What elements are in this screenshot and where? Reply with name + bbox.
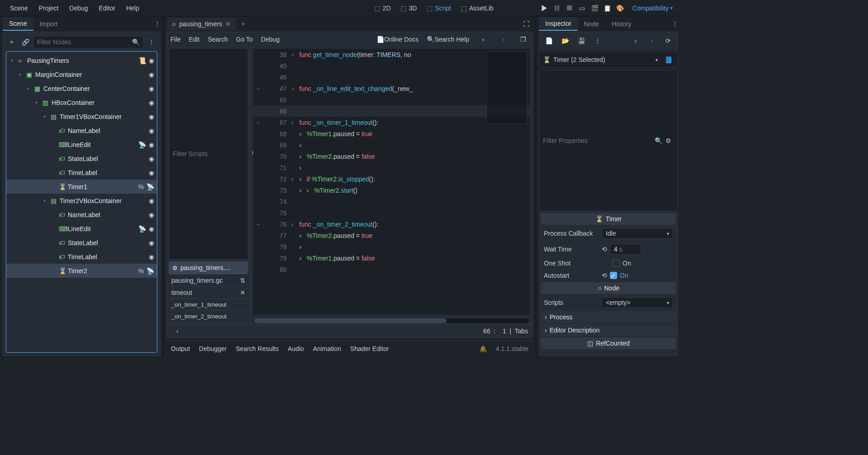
script-menu-search[interactable]: Search <box>208 36 228 43</box>
menu-help[interactable]: Help <box>121 2 145 14</box>
fold-process[interactable]: › Process <box>541 311 676 323</box>
online-docs-link[interactable]: 📄 Online Docs <box>377 36 419 43</box>
scene-menu-icon[interactable]: ⋮ <box>146 36 157 48</box>
bottom-tab-audio[interactable]: Audio <box>288 345 304 352</box>
nav-back-icon[interactable]: ‹ <box>477 33 489 45</box>
script-tab[interactable]: ○ pausing_timers ✕ <box>167 18 236 30</box>
run-remote-icon[interactable]: ▭ <box>578 4 586 12</box>
code-line[interactable]: 70› %Timer2.paused = false <box>253 151 530 162</box>
bottom-tab-output[interactable]: Output <box>171 345 190 352</box>
minimap[interactable] <box>486 52 527 124</box>
tree-node[interactable]: ▾▤Timer1VBoxContainer◉ <box>6 109 157 123</box>
nav-fwd-icon[interactable]: › <box>497 33 509 45</box>
refresh-icon[interactable]: ⟳ <box>662 35 674 47</box>
autostart-checkbox[interactable]: ✓ <box>610 272 617 279</box>
link-icon[interactable]: 🔗 <box>19 36 31 48</box>
menu-scene[interactable]: Scene <box>5 2 33 14</box>
bottom-tab-search-results[interactable]: Search Results <box>236 345 279 352</box>
tab-node[interactable]: Node <box>578 18 605 30</box>
process-callback-dropdown[interactable]: Idle▾ <box>602 228 673 239</box>
new-resource-icon[interactable]: 📄 <box>543 35 555 47</box>
code-line[interactable]: 71› <box>253 162 530 173</box>
doc-icon[interactable]: 📘 <box>662 54 674 66</box>
tree-node[interactable]: ▾▣MarginContainer◉ <box>6 67 157 81</box>
eye-icon[interactable]: ◉ <box>149 85 154 92</box>
tree-node[interactable]: ▾▥HBoxContainer◉ <box>6 95 157 109</box>
eye-icon[interactable]: ◉ <box>149 169 154 176</box>
eye-icon[interactable]: ◉ <box>149 71 154 78</box>
eye-icon[interactable]: ◉ <box>149 141 154 148</box>
fold-editor-description[interactable]: › Editor Description <box>541 324 676 336</box>
one-shot-checkbox[interactable] <box>613 260 620 267</box>
tree-node[interactable]: ▾▤Timer2VBoxContainer◉ <box>6 194 157 208</box>
tree-node[interactable]: ▾○PausingTimers📜◉ <box>6 53 157 67</box>
section-node[interactable]: ○ Node <box>541 282 676 294</box>
close-tab-icon[interactable]: ✕ <box>226 20 231 28</box>
section-timer[interactable]: ⌛ Timer <box>541 213 676 225</box>
movie-icon[interactable]: 🎬 <box>591 4 599 12</box>
code-line[interactable]: 73› › %Timer2.start() <box>253 185 530 196</box>
pause-icon[interactable] <box>553 4 561 12</box>
filter-scripts-input[interactable]: 🔍 <box>169 48 248 260</box>
method-link[interactable]: _on_timer_2_timeout <box>169 310 248 322</box>
eye-icon[interactable]: ◉ <box>149 57 154 64</box>
eye-icon[interactable]: ◉ <box>149 253 154 261</box>
code-line[interactable]: 75 <box>253 207 530 218</box>
code-line[interactable]: →76vfunc _on_timer_2_timeout(): <box>253 218 530 230</box>
tab-import[interactable]: Import <box>33 18 64 30</box>
extra-menu-icon[interactable]: ⋮ <box>592 35 604 47</box>
code-line[interactable]: 69› <box>253 139 530 151</box>
tree-node[interactable]: 🏷StateLabel◉ <box>6 152 157 166</box>
signal-icon[interactable]: 📡 <box>138 141 146 148</box>
sort-icon[interactable]: ⇅ <box>240 277 245 284</box>
script-menu-debug[interactable]: Debug <box>261 36 279 43</box>
eye-icon[interactable]: ◉ <box>149 225 154 232</box>
bottom-tab-shader-editor[interactable]: Shader Editor <box>350 345 389 352</box>
script-menu-file[interactable]: File <box>170 36 181 43</box>
scene-tree[interactable]: ▾○PausingTimers📜◉▾▣MarginContainer◉▾▦Cen… <box>6 51 157 353</box>
add-node-icon[interactable]: ＋ <box>6 36 18 48</box>
menu-editor[interactable]: Editor <box>94 2 121 14</box>
tree-node[interactable]: ⌨LineEdit📡◉ <box>6 137 157 152</box>
tab-scene[interactable]: Scene <box>3 17 33 31</box>
view-assetlib[interactable]: ⬚ AssetLib <box>458 3 497 14</box>
tree-node[interactable]: 🏷TimeLabel◉ <box>6 250 157 264</box>
code-line[interactable]: 74 <box>253 196 530 207</box>
play-icon[interactable] <box>540 4 548 12</box>
code-line[interactable]: 68› %Timer1.paused = true <box>253 128 530 139</box>
view-2d[interactable]: ⬚ 2D <box>371 3 394 14</box>
tree-node[interactable]: ⌛Timer1%📡 <box>6 180 157 194</box>
notification-icon[interactable]: 🔔 <box>479 345 487 352</box>
method-link[interactable]: _on_timer_1_timeout <box>169 299 248 310</box>
status-back-icon[interactable]: ‹ <box>171 325 183 337</box>
tree-node[interactable]: 🏷NameLabel◉ <box>6 123 157 137</box>
code-line[interactable]: 79› %Timer1.paused = false <box>253 252 530 264</box>
filter-properties-input[interactable]: 🔍 ⚙ <box>539 70 678 211</box>
search-help-link[interactable]: 🔍 Search Help <box>427 36 469 43</box>
bottom-tab-animation[interactable]: Animation <box>313 345 341 352</box>
code-line[interactable]: 72v› if %Timer2.is_stopped(): <box>253 173 530 185</box>
save-icon[interactable]: 💾 <box>576 35 587 47</box>
wait-time-input[interactable]: 4 s <box>610 244 642 255</box>
clapper-icon[interactable]: 📋 <box>604 4 612 12</box>
eye-icon[interactable]: ◉ <box>149 239 154 246</box>
code-line[interactable]: 78› <box>253 241 530 252</box>
bottom-tab-debugger[interactable]: Debugger <box>199 345 227 352</box>
code-line[interactable]: 77› %Timer2.paused = true <box>253 230 530 241</box>
signal-icon[interactable]: 📡 <box>146 267 154 275</box>
view-script[interactable]: ⬚ Script <box>423 3 455 14</box>
tree-node[interactable]: 🏷NameLabel◉ <box>6 208 157 222</box>
script-list-item[interactable]: ⚙ pausing_timers.... <box>169 261 248 274</box>
dock-menu-icon[interactable]: ⋮ <box>669 18 681 30</box>
dock-menu-icon[interactable]: ⋮ <box>151 18 163 30</box>
tree-node[interactable]: ⌛Timer2%📡 <box>6 264 157 278</box>
script-menu-go-to[interactable]: Go To <box>236 36 253 43</box>
signal-icon[interactable]: 📡 <box>138 225 146 232</box>
tree-node[interactable]: 🏷TimeLabel◉ <box>6 166 157 180</box>
code-line[interactable]: 80 <box>253 264 530 275</box>
menu-project[interactable]: Project <box>33 2 64 14</box>
settings-icon[interactable]: ⚙ <box>662 135 674 147</box>
tree-node[interactable]: ▾▦CenterContainer◉ <box>6 81 157 95</box>
eye-icon[interactable]: ◉ <box>149 155 154 162</box>
palette-icon[interactable]: 🎨 <box>616 4 624 12</box>
